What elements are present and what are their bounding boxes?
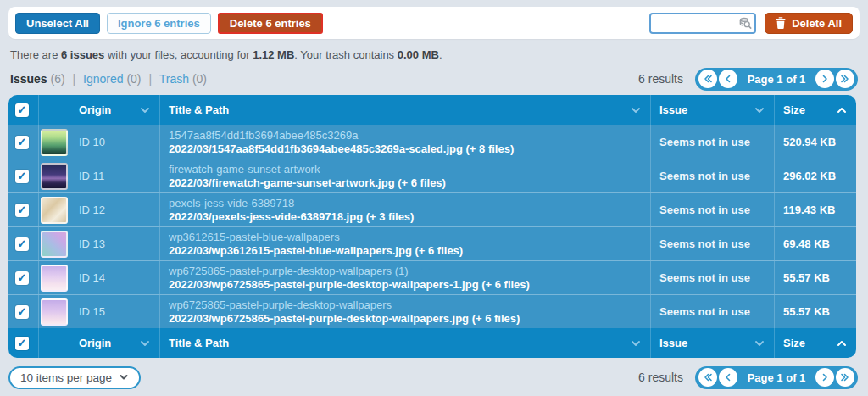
tab-separator: | — [73, 72, 76, 86]
tabs-row: Issues (6) | Ignored (0) | Trash (0) 6 r… — [10, 67, 858, 91]
chevron-up-icon — [836, 104, 848, 116]
bottom-bar: 10 items per page 6 results Page 1 of 1 — [8, 365, 858, 389]
issue-text: Seems not in use — [650, 295, 774, 328]
sort-issue-header[interactable]: Issue — [650, 95, 774, 125]
check-icon: ✓ — [18, 170, 27, 181]
tab-ignored[interactable]: Ignored — [83, 72, 123, 86]
delete-entries-button[interactable]: Delete 6 entries — [218, 13, 323, 34]
page-indicator: Page 1 of 1 — [738, 73, 815, 86]
select-all-checkbox[interactable]: ✓ — [15, 103, 29, 117]
last-page-button[interactable] — [836, 70, 854, 88]
sort-size-footer[interactable]: Size — [774, 328, 856, 358]
check-icon: ✓ — [18, 337, 27, 349]
origin-header-label: Origin — [79, 103, 111, 116]
media-thumbnail[interactable] — [41, 163, 68, 190]
tab-trash-count: (0) — [192, 72, 207, 86]
next-page-button[interactable] — [815, 368, 834, 387]
row-checkbox[interactable]: ✓ — [15, 136, 29, 149]
row-checkbox[interactable]: ✓ — [15, 204, 29, 217]
chevron-left-icon — [723, 372, 733, 382]
sort-origin-footer[interactable]: Origin — [70, 328, 159, 358]
sort-size-header[interactable]: Size — [774, 95, 856, 125]
size-footer-label: Size — [783, 337, 805, 349]
size-text: 69.48 KB — [774, 227, 856, 260]
ignore-entries-button[interactable]: Ignore 6 entries — [107, 13, 211, 34]
size-text: 520.94 KB — [774, 125, 856, 159]
table-row: ✓ ID 15 wp6725865-pastel-purple-desktop-… — [8, 294, 856, 328]
top-pager-group: 6 results Page 1 of 1 — [638, 68, 858, 91]
media-path: 2022/03/wp6725865-pastel-purple-desktop-… — [169, 312, 520, 326]
chevron-down-icon — [119, 372, 129, 382]
first-page-button[interactable] — [698, 368, 717, 387]
tab-issues[interactable]: Issues — [10, 72, 47, 86]
check-icon: ✓ — [18, 272, 27, 283]
media-thumbnail[interactable] — [41, 265, 68, 292]
media-path: 2022/03/firewatch-game-sunset-artwork.jp… — [169, 176, 446, 190]
sort-issue-footer[interactable]: Issue — [650, 328, 774, 358]
tab-ignored-count: (0) — [126, 72, 141, 86]
prev-page-button[interactable] — [719, 70, 737, 88]
double-chevron-right-icon — [840, 74, 850, 84]
select-all-checkbox-bottom[interactable]: ✓ — [15, 337, 29, 350]
origin-id: ID 14 — [70, 261, 159, 294]
chevron-down-icon — [139, 104, 151, 116]
media-title-link[interactable]: wp3612615-pastel-blue-wallpapers — [169, 231, 340, 244]
chevron-right-icon — [820, 74, 830, 84]
media-title-link[interactable]: pexels-jess-vide-6389718 — [169, 197, 294, 210]
media-title-link[interactable]: 1547aa8f54dd1fb3694abee485c3269a — [169, 129, 358, 142]
row-checkbox[interactable]: ✓ — [15, 271, 29, 285]
chevron-down-icon — [139, 337, 151, 349]
next-page-button[interactable] — [815, 70, 834, 88]
size-text: 55.57 KB — [774, 295, 856, 328]
origin-footer-label: Origin — [79, 337, 111, 349]
issue-header-label: Issue — [659, 103, 687, 116]
check-icon: ✓ — [18, 137, 27, 148]
issue-footer-label: Issue — [659, 337, 687, 349]
unselect-all-button[interactable]: Unselect All — [15, 13, 100, 34]
issue-text: Seems not in use — [650, 193, 774, 226]
origin-id: ID 12 — [70, 193, 159, 226]
issue-text: Seems not in use — [650, 227, 774, 260]
tab-trash[interactable]: Trash — [159, 72, 189, 86]
media-thumbnail[interactable] — [41, 129, 68, 156]
row-checkbox[interactable]: ✓ — [15, 170, 29, 183]
media-title-link[interactable]: wp6725865-pastel-purple-desktop-wallpape… — [169, 298, 392, 312]
trash-icon — [776, 17, 786, 29]
chevron-down-icon — [630, 104, 642, 116]
row-checkbox[interactable]: ✓ — [15, 237, 29, 251]
items-per-page-select[interactable]: 10 items per page — [8, 366, 141, 389]
last-page-button[interactable] — [836, 368, 854, 387]
sort-title-footer[interactable]: Title & Path — [159, 328, 650, 358]
media-title-link[interactable]: firewatch-game-sunset-artwork — [169, 163, 320, 176]
table-footer-header-row: ✓ Origin Title & Path Issue Size — [8, 328, 856, 358]
view-tabs: Issues (6) | Ignored (0) | Trash (0) — [10, 72, 207, 86]
media-title-link[interactable]: wp6725865-pastel-purple-desktop-wallpape… — [169, 265, 409, 278]
size-text: 119.43 KB — [774, 193, 856, 226]
sort-title-header[interactable]: Title & Path — [159, 95, 650, 125]
size-text: 296.02 KB — [774, 159, 856, 192]
media-path: 2022/03/wp6725865-pastel-purple-desktop-… — [169, 278, 530, 292]
media-thumbnail[interactable] — [41, 231, 68, 258]
search-wrap — [649, 13, 756, 34]
media-thumbnail[interactable] — [41, 298, 68, 326]
delete-all-button[interactable]: Delete All — [765, 13, 853, 34]
origin-id: ID 15 — [70, 295, 159, 328]
size-text: 55.57 KB — [774, 261, 856, 294]
check-icon: ✓ — [18, 104, 27, 115]
prev-page-button[interactable] — [719, 368, 737, 387]
chevron-up-icon — [836, 337, 848, 349]
double-chevron-left-icon — [703, 74, 713, 84]
table-row: ✓ ID 14 wp6725865-pastel-purple-desktop-… — [8, 260, 856, 294]
results-count: 6 results — [638, 72, 683, 86]
media-path: 2022/03/pexels-jess-vide-6389718.jpg (+ … — [169, 210, 414, 224]
media-path: 2022/03/wp3612615-pastel-blue-wallpapers… — [169, 244, 463, 258]
page-indicator-bottom: Page 1 of 1 — [738, 371, 815, 384]
check-icon: ✓ — [18, 238, 27, 249]
sort-origin-header[interactable]: Origin — [70, 95, 159, 125]
first-page-button[interactable] — [698, 70, 717, 88]
table-row: ✓ ID 12 pexels-jess-vide-6389718 2022/03… — [8, 192, 856, 226]
chevron-down-icon — [754, 104, 765, 116]
media-thumbnail[interactable] — [41, 197, 68, 224]
row-checkbox[interactable]: ✓ — [15, 305, 29, 319]
chevron-down-icon — [754, 337, 765, 349]
